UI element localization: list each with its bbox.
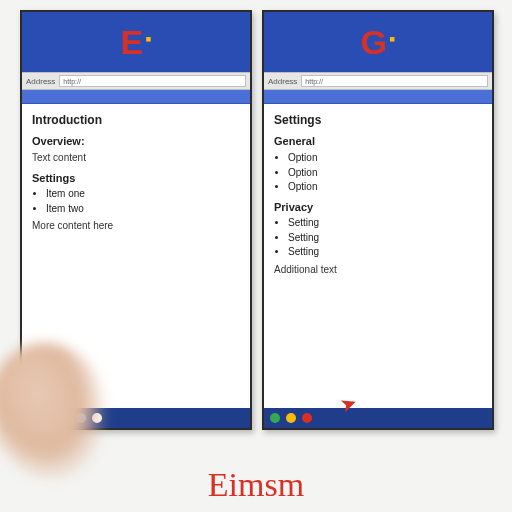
page-subheading: Privacy xyxy=(274,200,482,215)
left-titlebar: E ▪ xyxy=(22,12,250,72)
taskbar-icon[interactable] xyxy=(270,413,280,423)
page-subheading: Settings xyxy=(32,171,240,186)
page-subheading: Overview: xyxy=(32,134,240,149)
left-toolbar xyxy=(22,90,250,104)
page-list: Setting Setting Setting xyxy=(288,216,482,259)
left-address-bar[interactable]: Address http:// xyxy=(22,72,250,90)
taskbar-icon[interactable] xyxy=(286,413,296,423)
right-titlebar: G ▪ xyxy=(264,12,492,72)
list-item: Setting xyxy=(288,216,482,230)
logo-letter: G xyxy=(361,23,387,62)
address-label: Address xyxy=(268,77,297,86)
left-logo: E ▪ xyxy=(120,23,151,62)
page-list: Option Option Option xyxy=(288,151,482,194)
page-list: Item one Item two xyxy=(46,187,240,215)
right-monitor: G ▪ Address http:// Settings General Opt… xyxy=(262,10,494,430)
address-input[interactable]: http:// xyxy=(301,75,488,87)
page-heading: Settings xyxy=(274,112,482,128)
taskbar-icon[interactable] xyxy=(76,413,86,423)
list-item: Item one xyxy=(46,187,240,201)
right-address-bar[interactable]: Address http:// xyxy=(264,72,492,90)
list-item: Option xyxy=(288,166,482,180)
taskbar-icon[interactable] xyxy=(28,413,38,423)
taskbar-icon[interactable] xyxy=(60,413,70,423)
page-paragraph: Additional text xyxy=(274,263,482,277)
taskbar-icon[interactable] xyxy=(92,413,102,423)
right-toolbar xyxy=(264,90,492,104)
logo-accent-icon: ▪ xyxy=(145,29,151,62)
left-page-content: Introduction Overview: Text content Sett… xyxy=(22,104,250,408)
page-paragraph: More content here xyxy=(32,219,240,233)
taskbar-icon[interactable] xyxy=(302,413,312,423)
list-item: Setting xyxy=(288,231,482,245)
list-item: Setting xyxy=(288,245,482,259)
right-taskbar[interactable] xyxy=(264,408,492,428)
list-item: Option xyxy=(288,151,482,165)
logo-letter: E xyxy=(120,23,143,62)
caption-text: Eimsm xyxy=(0,466,512,504)
page-heading: Introduction xyxy=(32,112,240,128)
page-paragraph: Text content xyxy=(32,151,240,165)
left-taskbar[interactable] xyxy=(22,408,250,428)
logo-accent-icon: ▪ xyxy=(389,29,395,62)
list-item: Item two xyxy=(46,202,240,216)
page-subheading: General xyxy=(274,134,482,149)
address-input[interactable]: http:// xyxy=(59,75,246,87)
right-logo: G ▪ xyxy=(361,23,396,62)
address-label: Address xyxy=(26,77,55,86)
left-monitor: E ▪ Address http:// Introduction Overvie… xyxy=(20,10,252,430)
taskbar-icon[interactable] xyxy=(44,413,54,423)
right-page-content: Settings General Option Option Option Pr… xyxy=(264,104,492,408)
list-item: Option xyxy=(288,180,482,194)
